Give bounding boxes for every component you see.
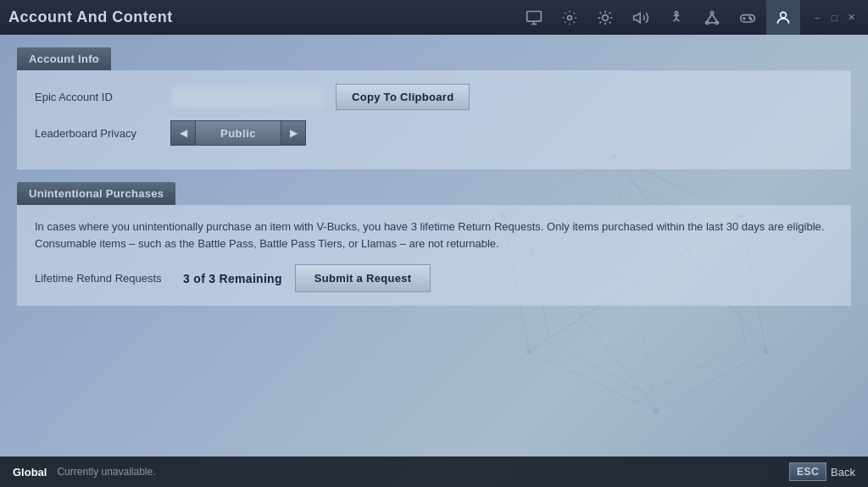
svg-point-18: [603, 14, 609, 20]
footer-global-label: Global: [13, 466, 47, 479]
svg-line-33: [712, 14, 717, 20]
unintentional-purchases-section: Unintentional Purchases In cases where y…: [17, 182, 851, 306]
epic-id-label: Epic Account ID: [35, 91, 170, 103]
svg-point-11: [654, 408, 659, 413]
gear-icon: [561, 9, 578, 26]
account-icon: [775, 9, 792, 26]
submit-request-button[interactable]: Submit a Request: [295, 264, 431, 292]
svg-point-10: [764, 349, 769, 354]
svg-point-29: [710, 11, 713, 14]
back-label: Back: [831, 466, 855, 479]
nav-brightness-btn[interactable]: [588, 0, 622, 35]
account-info-body: Epic Account ID Copy To Clipboard Leader…: [17, 70, 851, 169]
svg-point-40: [781, 12, 787, 18]
window-controls: − □ ✕: [809, 9, 860, 26]
leaderboard-label: Leaderboard Privacy: [35, 127, 170, 140]
svg-point-17: [568, 15, 572, 19]
refund-row: Lifetime Refund Requests 3 of 3 Remainin…: [35, 264, 833, 292]
footer: Global Currently unavailable. ESC Back: [0, 457, 868, 487]
close-button[interactable]: ✕: [843, 9, 860, 26]
epic-id-row: Epic Account ID Copy To Clipboard: [35, 84, 833, 110]
footer-right: ESC Back: [789, 462, 855, 481]
svg-point-12: [526, 349, 531, 354]
unintentional-purchases-body: In cases where you unintentionally purch…: [17, 205, 851, 306]
refund-label: Lifetime Refund Requests: [35, 272, 170, 285]
svg-line-22: [609, 21, 611, 23]
brightness-icon: [597, 9, 614, 26]
network-icon: [704, 9, 721, 26]
svg-rect-14: [527, 11, 542, 21]
privacy-next-button[interactable]: ▶: [281, 120, 306, 146]
nav-monitor-btn[interactable]: [517, 0, 551, 35]
topbar: Account And Content: [0, 0, 868, 35]
svg-marker-27: [634, 13, 641, 23]
controller-icon: [739, 9, 756, 26]
purchases-description: In cases where you unintentionally purch…: [35, 219, 833, 252]
esc-button[interactable]: ESC: [789, 462, 826, 481]
privacy-control: ◀ Public ▶: [170, 120, 306, 146]
nav-accessibility-btn[interactable]: [659, 0, 693, 35]
svg-point-39: [750, 18, 752, 19]
svg-line-26: [609, 12, 611, 14]
copy-to-clipboard-button[interactable]: Copy To Clipboard: [336, 84, 470, 110]
privacy-prev-button[interactable]: ◀: [170, 120, 196, 146]
audio-icon: [632, 9, 649, 26]
leaderboard-row: Leaderboard Privacy ◀ Public ▶: [35, 120, 833, 146]
account-info-header: Account Info: [17, 47, 111, 70]
accessibility-icon: [668, 9, 685, 26]
minimize-button[interactable]: −: [809, 9, 826, 26]
main-content: Account Info Epic Account ID Copy To Cli…: [0, 35, 868, 331]
page-title: Account And Content: [8, 8, 173, 26]
restore-button[interactable]: □: [826, 9, 843, 26]
svg-line-25: [600, 21, 602, 23]
nav-network-btn[interactable]: [695, 0, 729, 35]
remaining-count: 3 of 3 Remaining: [183, 272, 282, 285]
monitor-icon: [526, 9, 542, 26]
epic-id-value: [170, 86, 327, 109]
svg-line-32: [707, 14, 712, 20]
nav-audio-btn[interactable]: [624, 0, 658, 35]
unintentional-purchases-header: Unintentional Purchases: [17, 182, 175, 205]
nav-controller-btn[interactable]: [731, 0, 765, 35]
nav-gear-btn[interactable]: [553, 0, 587, 35]
nav-account-btn[interactable]: [766, 0, 800, 35]
svg-line-21: [600, 12, 602, 14]
svg-point-28: [675, 11, 677, 14]
footer-status: Currently unavailable.: [57, 466, 155, 478]
account-info-section: Account Info Epic Account ID Copy To Cli…: [17, 47, 851, 169]
privacy-value: Public: [196, 120, 281, 146]
nav-icons: [517, 0, 800, 35]
